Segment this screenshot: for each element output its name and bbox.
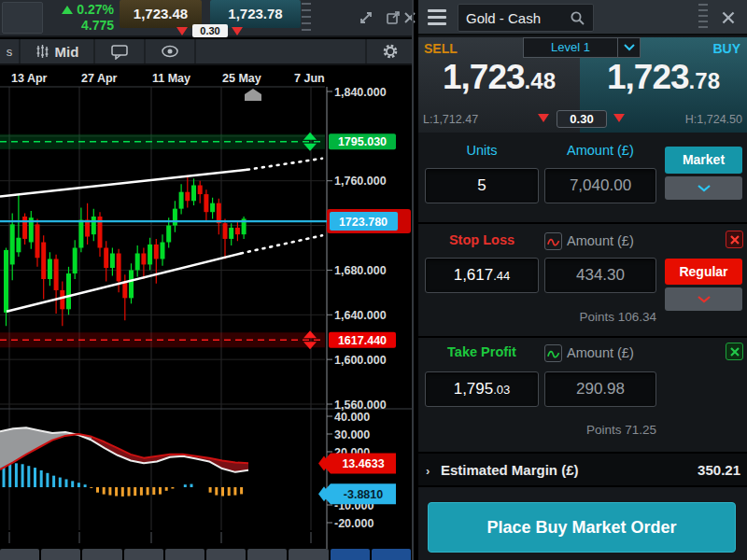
stop-loss-label: Stop Loss [425,232,539,247]
bottom-toolbar-button[interactable] [247,549,287,560]
amount-label: Amount (£) [567,143,634,158]
popout-icon[interactable] [385,9,402,26]
margin-label: Estimated Margin (£) [441,462,579,478]
visibility-button[interactable] [146,39,196,63]
svg-text:1795.030: 1795.030 [338,135,387,148]
price-axis[interactable]: 1,840.0001,760.0001,680.0001,640.0001,60… [318,86,411,530]
bottom-toolbar-button[interactable] [289,549,328,560]
bottom-toolbar-button[interactable] [82,549,121,560]
mid-price-toggle[interactable]: Mid [21,39,95,63]
chart-spread-badge: 0.30 [192,24,228,37]
chart-close-icon[interactable] [402,9,418,26]
level-value: Level 1 [524,38,617,57]
bottom-toolbar-button[interactable] [331,549,370,560]
section-divider [418,336,747,338]
sell-price[interactable]: 1,723.48 [418,58,580,106]
spread-value: 0.30 [557,110,607,128]
take-profit-amount-input[interactable]: 290.98 [544,371,656,407]
order-ticket-panel: Gold - Cash SELL Level 1 BUY 1,723.48 1,… [418,0,747,560]
stop-loss-remove-button[interactable] [726,231,743,248]
svg-text:1723.780: 1723.780 [339,216,388,229]
quote-area: SELL Level 1 BUY 1,723.48 1,723.78 L:1,7… [418,37,747,133]
take-profit-label: Take Profit [425,344,539,359]
bottom-toolbar-button[interactable] [206,549,246,560]
order-type-chevron-button[interactable] [665,176,742,200]
stop-loss-price-input[interactable]: 1,617.44 [425,258,539,293]
amount-input[interactable]: 7,040.00 [544,168,656,203]
annotations-button[interactable] [95,39,146,63]
chart-settings-button[interactable] [365,39,414,63]
toolbar-partial-button[interactable]: s [0,39,21,63]
stop-loss-trailing-toggle[interactable] [544,232,562,250]
expand-icon[interactable] [358,9,374,26]
chart-sell-price-button[interactable]: 1,723.48 [120,0,202,28]
svg-text:1,840.000: 1,840.000 [334,86,387,99]
panel-footer: Place Buy Market Order [418,487,747,560]
mid-label: Mid [55,44,79,60]
stop-loss-points: Points 106.34 [579,310,656,324]
take-profit-remove-button[interactable] [726,343,743,360]
level-chevron-icon[interactable] [617,38,640,57]
take-profit-trailing-toggle[interactable] [544,344,562,362]
session-high: H:1,724.50 [685,113,742,126]
svg-text:1,760.000: 1,760.000 [334,175,387,188]
chart-drag-handle-icon[interactable] [302,3,313,35]
section-divider [418,222,747,224]
svg-text:1,640.000: 1,640.000 [334,309,387,322]
bottom-toolbar-button[interactable] [124,549,163,560]
bottom-toolbar-button[interactable] [41,549,80,560]
speech-bubble-icon [110,44,129,60]
menu-icon[interactable] [428,9,446,29]
buy-price[interactable]: 1,723.78 [580,58,747,106]
svg-text:1,600.000: 1,600.000 [334,354,387,367]
stop-loss-type-button[interactable]: Regular [665,259,742,285]
window-divider [412,0,414,560]
level-dropdown[interactable]: Level 1 [523,37,641,58]
take-profit-amount-label: Amount (£) [567,345,634,360]
sell-down-arrow-icon [176,27,188,35]
buy-label: BUY [712,41,740,56]
instrument-search-box[interactable]: Gold - Cash [458,4,594,32]
change-percent: 0.27% [77,2,114,17]
panel-drag-handle-icon[interactable] [698,4,708,32]
session-low: L:1,712.47 [423,113,478,126]
svg-text:13.4633: 13.4633 [342,457,384,470]
svg-text:-3.8810: -3.8810 [344,488,383,501]
svg-text:1617.440: 1617.440 [338,334,387,347]
margin-expand-icon[interactable]: › [426,464,430,478]
svg-text:11 May: 11 May [152,72,190,85]
panel-header: Gold - Cash [418,0,747,35]
price-chart[interactable]: 13 Apr27 Apr11 May25 May7 Jun1,840.0001,… [0,65,414,560]
bottom-toolbar-button[interactable] [0,549,39,560]
wave-icon [546,236,560,247]
order-type-button[interactable]: Market [665,147,742,174]
units-label: Units [425,143,539,158]
search-icon [570,10,585,26]
sell-tick-down-icon [538,114,549,122]
buy-down-arrow-icon [232,27,243,35]
instrument-title: Gold - Cash [466,10,541,26]
take-profit-points: Points 71.25 [586,423,656,437]
svg-text:7 Jun: 7 Jun [294,72,325,85]
take-profit-price-input[interactable]: 1,795.03 [425,371,539,407]
eye-icon [161,45,179,58]
instrument-tab-stub[interactable] [2,2,43,34]
place-order-button[interactable]: Place Buy Market Order [428,502,736,553]
svg-text:25 May: 25 May [222,72,261,85]
macd-indicator [0,427,248,497]
stop-loss-amount-label: Amount (£) [567,233,634,248]
bottom-toolbar-button[interactable] [165,549,204,560]
chart-bottom-toolbar [0,549,411,560]
svg-text:30.000: 30.000 [334,428,370,441]
up-triangle-icon [62,6,73,14]
svg-text:1,680.000: 1,680.000 [334,264,387,277]
chart-price-bar: 0.27% 4.775 1,723.48 1,723.78 0.30 [0,0,414,37]
stop-loss-amount-input[interactable]: 434.30 [544,258,656,293]
units-input[interactable]: 5 [425,168,539,203]
estimated-margin-row[interactable]: › Estimated Margin (£) 350.21 [418,452,747,487]
change-readout: 0.27% 4.775 [47,2,114,34]
stop-loss-type-chevron-button[interactable] [665,287,742,311]
bottom-toolbar-button[interactable] [372,549,411,560]
svg-text:40.000: 40.000 [334,411,370,424]
panel-close-icon[interactable] [719,8,738,27]
